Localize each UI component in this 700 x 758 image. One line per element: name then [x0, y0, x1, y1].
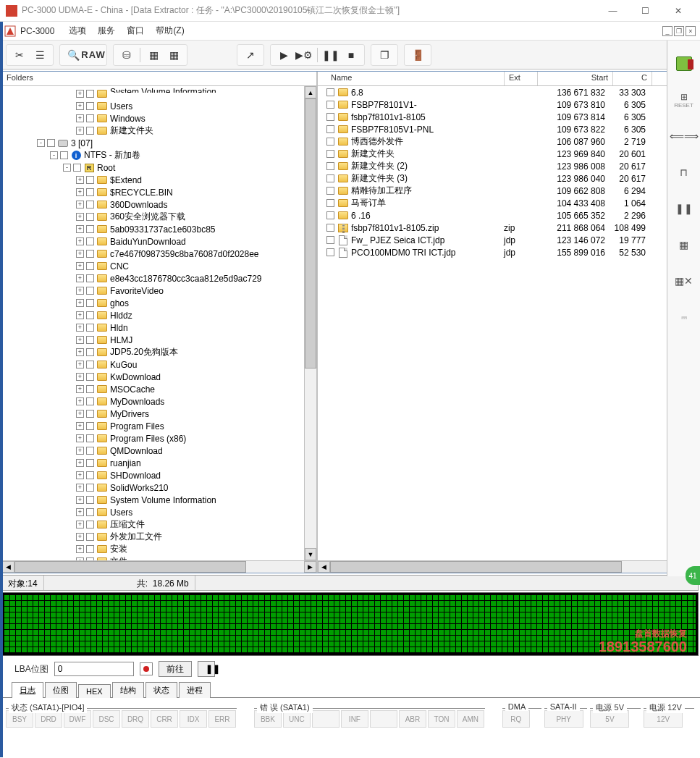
- tree-checkbox[interactable]: [86, 471, 94, 479]
- tab-process[interactable]: 进程: [179, 682, 211, 698]
- file-row[interactable]: PCO100MDM0 TRI ICT.jdpjdp155 899 01652 5…: [318, 246, 686, 258]
- expand-toggle[interactable]: +: [76, 336, 84, 344]
- tree-checkbox[interactable]: [86, 237, 94, 245]
- file-checkbox[interactable]: [326, 248, 334, 256]
- tree-checkbox[interactable]: [86, 410, 94, 418]
- tree-checkbox[interactable]: [86, 373, 94, 381]
- tree-checkbox[interactable]: [86, 508, 94, 516]
- pause-icon[interactable]: ❚❚: [321, 46, 341, 64]
- file-row[interactable]: Fw_ PJEZ Seica ICT.jdpjdp123 146 07219 7…: [318, 234, 686, 246]
- tree-row[interactable]: +MSOCache: [4, 383, 303, 395]
- list-icon[interactable]: ☰: [30, 46, 50, 64]
- file-row[interactable]: 精雕待加工程序109 662 8086 294: [318, 185, 686, 197]
- filelist-hscroll[interactable]: ◀ ▶: [318, 560, 686, 573]
- tree-checkbox[interactable]: [86, 361, 94, 369]
- file-checkbox[interactable]: [326, 211, 334, 219]
- tree-vscroll[interactable]: ▲ ▼: [304, 86, 316, 560]
- tree-row[interactable]: +Program Files: [4, 420, 303, 432]
- file-checkbox[interactable]: [326, 236, 334, 244]
- tree-row[interactable]: +5ab09331737ac1e603bc85: [4, 223, 303, 235]
- tree-checkbox[interactable]: [86, 287, 94, 295]
- folder-tree[interactable]: +System Volume Information+Users+Windows…: [2, 86, 304, 560]
- col-name[interactable]: Name: [318, 72, 505, 85]
- tools-icon[interactable]: ✂: [9, 46, 30, 64]
- map1-icon[interactable]: ▦: [143, 46, 164, 64]
- tab-status[interactable]: 状态: [146, 682, 177, 698]
- tree-row[interactable]: +Program Files (x86): [4, 432, 303, 445]
- expand-toggle[interactable]: +: [76, 471, 84, 479]
- tree-row[interactable]: +CNC: [4, 260, 303, 272]
- pause-side-icon[interactable]: ❚❚: [674, 198, 694, 219]
- expand-toggle[interactable]: +: [76, 397, 84, 405]
- tree-row[interactable]: +360Downloads: [4, 198, 303, 211]
- expand-toggle[interactable]: +: [76, 533, 84, 541]
- tab-log[interactable]: 日志: [12, 682, 43, 698]
- expand-toggle[interactable]: +: [76, 127, 84, 135]
- tree-row[interactable]: +新建文件夹: [4, 125, 303, 137]
- tree-checkbox[interactable]: [86, 336, 94, 344]
- file-checkbox[interactable]: [326, 187, 334, 195]
- grid-icon[interactable]: ▦: [674, 235, 694, 255]
- file-row[interactable]: fsbp7f8101v1-8105.zipzip211 868 064108 4…: [318, 222, 686, 234]
- tree-checkbox[interactable]: [86, 262, 94, 270]
- mdi-close[interactable]: ×: [686, 26, 696, 36]
- file-checkbox[interactable]: [326, 162, 334, 170]
- tree-row[interactable]: -RRoot: [4, 161, 303, 174]
- connector-icon[interactable]: ⊓: [674, 162, 694, 182]
- minimize-button[interactable]: —: [596, 0, 629, 22]
- tree-checkbox[interactable]: [86, 102, 94, 110]
- expand-toggle[interactable]: +: [76, 188, 84, 196]
- tree-checkbox[interactable]: [86, 545, 94, 553]
- expand-toggle[interactable]: -: [50, 151, 58, 159]
- expand-toggle[interactable]: -: [63, 164, 71, 172]
- expand-toggle[interactable]: +: [76, 459, 84, 467]
- expand-toggle[interactable]: +: [76, 311, 84, 319]
- scroll-left-icon[interactable]: ◀: [318, 561, 330, 573]
- scroll-right-icon[interactable]: ▶: [304, 561, 316, 573]
- file-row[interactable]: 新建文件夹 (3)123 986 04020 617: [318, 172, 686, 185]
- tree-hscroll[interactable]: ◀ ▶: [2, 560, 316, 573]
- tree-row[interactable]: +$RECYCLE.BIN: [4, 186, 303, 198]
- tree-checkbox[interactable]: [86, 348, 94, 356]
- disk-status-icon[interactable]: [674, 54, 694, 74]
- disk-icon[interactable]: ⛁: [117, 46, 137, 64]
- tree-checkbox[interactable]: [86, 311, 94, 319]
- delete-icon[interactable]: ▦✕: [674, 271, 694, 291]
- file-row[interactable]: 马哥订单104 433 4081 064: [318, 197, 686, 209]
- seek-icon[interactable]: ⟸⟹: [674, 126, 694, 146]
- file-checkbox[interactable]: [326, 138, 334, 146]
- expand-toggle[interactable]: +: [76, 434, 84, 442]
- tree-row[interactable]: +System Volume Information: [4, 494, 303, 506]
- tree-checkbox[interactable]: [86, 299, 94, 307]
- lba-input[interactable]: [54, 662, 134, 676]
- expand-toggle[interactable]: +: [76, 385, 84, 393]
- tree-row[interactable]: -3 [07]: [4, 137, 303, 149]
- export-icon[interactable]: ↗: [240, 46, 261, 64]
- play-settings-icon[interactable]: ▶⚙: [294, 46, 314, 64]
- tree-checkbox[interactable]: [86, 484, 94, 492]
- tree-checkbox[interactable]: [86, 324, 94, 332]
- expand-toggle[interactable]: +: [76, 545, 84, 553]
- tree-checkbox[interactable]: [86, 434, 94, 442]
- expand-toggle[interactable]: -: [37, 139, 45, 147]
- file-checkbox[interactable]: [326, 125, 334, 133]
- tab-structure[interactable]: 结构: [112, 682, 144, 698]
- tree-row[interactable]: +e8e43cc1876780cc3caa812e5d9ac729: [4, 272, 303, 285]
- tree-row[interactable]: +文件: [4, 555, 303, 560]
- tree-row[interactable]: +FavoriteVideo: [4, 285, 303, 297]
- col-ext[interactable]: Ext: [505, 72, 538, 85]
- tree-row[interactable]: +360安全浏览器下载: [4, 211, 303, 223]
- file-row[interactable]: 6 .16105 665 3522 296: [318, 209, 686, 222]
- tree-row[interactable]: +SolidWorks210: [4, 481, 303, 494]
- expand-toggle[interactable]: +: [76, 299, 84, 307]
- tree-row[interactable]: +BaiduYunDownload: [4, 235, 303, 248]
- menu-options[interactable]: 选项: [63, 22, 92, 39]
- tree-row[interactable]: +Users: [4, 506, 303, 518]
- tree-row[interactable]: +SHDownload: [4, 469, 303, 481]
- tree-checkbox[interactable]: [86, 188, 94, 196]
- expand-toggle[interactable]: +: [76, 496, 84, 504]
- record-button[interactable]: [140, 662, 153, 675]
- scroll-up-icon[interactable]: ▲: [305, 86, 316, 98]
- tree-row[interactable]: +MyDownloads: [4, 395, 303, 408]
- tree-row[interactable]: -iNTFS - 新加卷: [4, 149, 303, 161]
